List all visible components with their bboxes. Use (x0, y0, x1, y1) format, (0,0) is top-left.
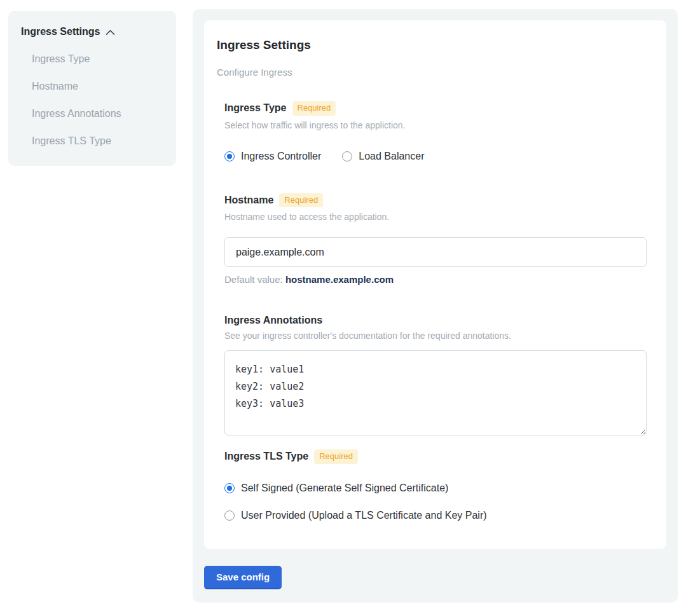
hostname-label-row: Hostname Required (224, 193, 647, 208)
ingress-type-required-badge: Required (292, 101, 336, 116)
radio-ingress-controller-label: Ingress Controller (241, 151, 321, 162)
ingress-type-label: Ingress Type (224, 102, 287, 114)
ingress-settings-card: Ingress Settings Configure Ingress Ingre… (204, 20, 666, 549)
settings-sidebar: Ingress Settings Ingress Type Hostname I… (8, 11, 176, 166)
hostname-required-badge: Required (279, 193, 323, 208)
form-sections: Ingress Type Required Select how traffic… (224, 101, 647, 521)
radio-load-balancer[interactable]: Load Balancer (342, 151, 424, 162)
hostname-label: Hostname (224, 195, 273, 206)
radio-user-provided[interactable]: User Provided (Upload a TLS Certificate … (224, 510, 647, 521)
sidebar-group-ingress-settings[interactable]: Ingress Settings (21, 26, 165, 38)
tls-radio-group: Self Signed (Generate Self Signed Certif… (224, 464, 647, 521)
annotations-description: See your ingress controller's documentat… (224, 331, 647, 341)
page-title: Ingress Settings (217, 38, 647, 52)
hostname-default-prefix: Default value: (224, 274, 283, 285)
section-hostname: Hostname Required Hostname used to acces… (224, 193, 647, 285)
radio-self-signed[interactable]: Self Signed (Generate Self Signed Certif… (224, 483, 647, 494)
tls-label: Ingress TLS Type (224, 451, 308, 462)
sidebar-group-label: Ingress Settings (21, 26, 100, 38)
hostname-default-line: Default value: hostname.example.com (224, 274, 647, 285)
radio-unselected-icon[interactable] (342, 151, 352, 161)
sidebar-item-ingress-annotations[interactable]: Ingress Annotations (21, 108, 165, 120)
page: Ingress Settings Ingress Type Hostname I… (0, 0, 693, 616)
radio-user-provided-label: User Provided (Upload a TLS Certificate … (241, 510, 487, 521)
radio-unselected-icon[interactable] (224, 510, 235, 521)
ingress-type-radio-group: Ingress Controller Load Balancer (224, 151, 647, 162)
sidebar-list: Ingress Type Hostname Ingress Annotation… (21, 53, 165, 147)
hostname-input[interactable] (224, 237, 647, 267)
sidebar-item-ingress-tls-type[interactable]: Ingress TLS Type (21, 135, 165, 147)
section-ingress-tls-type: Ingress TLS Type Required Self Signed (G… (224, 449, 647, 521)
section-ingress-type: Ingress Type Required Select how traffic… (224, 101, 647, 162)
tls-label-row: Ingress TLS Type Required (224, 449, 647, 464)
hostname-default-value: hostname.example.com (285, 274, 394, 285)
annotations-label-row: Ingress Annotations (224, 315, 647, 326)
radio-selected-icon[interactable] (224, 151, 235, 161)
save-config-button[interactable]: Save config (204, 566, 282, 589)
ingress-type-label-row: Ingress Type Required (224, 101, 647, 116)
radio-self-signed-label: Self Signed (Generate Self Signed Certif… (241, 483, 448, 494)
sidebar-item-hostname[interactable]: Hostname (21, 81, 165, 92)
radio-selected-icon[interactable] (224, 483, 235, 493)
tls-required-badge: Required (314, 449, 358, 464)
settings-panel: Ingress Settings Configure Ingress Ingre… (193, 9, 678, 603)
sidebar-item-ingress-type[interactable]: Ingress Type (21, 53, 165, 65)
annotations-label: Ingress Annotations (224, 315, 322, 326)
section-ingress-annotations: Ingress Annotations See your ingress con… (224, 315, 647, 435)
hostname-description: Hostname used to access the application. (224, 212, 647, 222)
radio-load-balancer-label: Load Balancer (359, 151, 424, 162)
radio-ingress-controller[interactable]: Ingress Controller (224, 151, 321, 162)
ingress-type-description: Select how traffic will ingress to the a… (224, 120, 647, 130)
annotations-textarea[interactable]: key1: value1 key2: value2 key3: value3 (224, 350, 647, 435)
chevron-up-icon (106, 29, 115, 36)
page-subtitle: Configure Ingress (217, 67, 647, 78)
